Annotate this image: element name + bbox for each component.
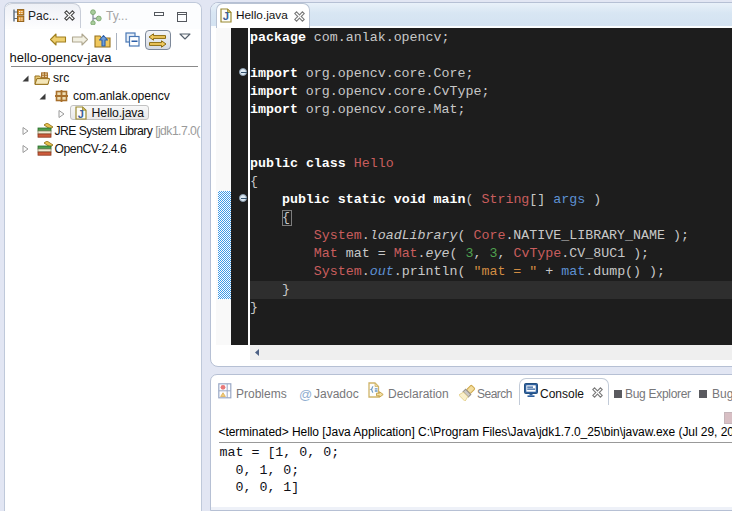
svg-text:J: J <box>77 108 83 120</box>
svg-text:J: J <box>223 10 229 22</box>
